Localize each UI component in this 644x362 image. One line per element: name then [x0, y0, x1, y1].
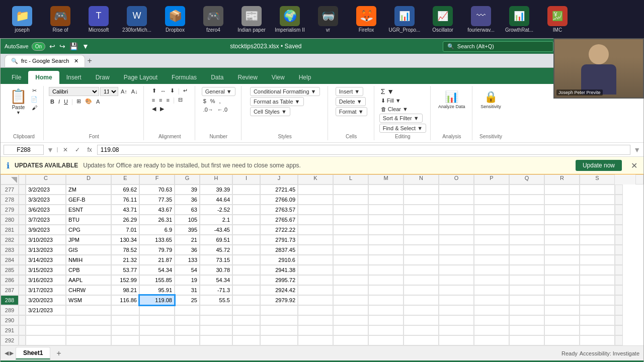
cell-281-c[interactable]: 3/9/2023 — [26, 225, 66, 235]
cell-290-g[interactable] — [175, 315, 200, 325]
insert-function-btn[interactable]: fx — [85, 145, 94, 154]
cell-empty-287-4[interactable] — [439, 285, 474, 295]
col-header-l[interactable]: L — [333, 174, 368, 185]
cell-empty-291-7[interactable] — [544, 325, 580, 335]
cell-empty-281-1[interactable] — [333, 225, 368, 235]
cell-empty-287-5[interactable] — [474, 285, 509, 295]
number-format-dropdown[interactable]: General ▼ — [202, 87, 235, 96]
cell-279-f[interactable]: 43.67 — [139, 205, 175, 215]
cell-277-h[interactable]: 39.39 — [200, 185, 232, 195]
cell-empty-282-7[interactable] — [544, 235, 580, 245]
cell-282-j[interactable]: 2791.73 — [260, 235, 298, 245]
cell-empty-277-5[interactable] — [474, 185, 509, 195]
col-header-e[interactable]: E — [111, 174, 139, 185]
cell-empty-277-3[interactable] — [404, 185, 439, 195]
row-number[interactable]: 278 — [1, 195, 19, 205]
cell-empty-279-7[interactable] — [544, 205, 580, 215]
italic-button[interactable]: I — [57, 98, 61, 105]
cell-empty-291-2[interactable] — [368, 325, 404, 335]
cell-empty-277-2[interactable] — [368, 185, 404, 195]
col-header-s[interactable]: S — [580, 174, 615, 185]
cell-empty-280-4[interactable] — [439, 215, 474, 225]
cell-empty-289-2[interactable] — [368, 305, 404, 315]
cell-empty-282-4[interactable] — [439, 235, 474, 245]
cell-empty-284-5[interactable] — [474, 255, 509, 265]
col-header-q[interactable]: Q — [509, 174, 544, 185]
col-header-m[interactable]: M — [368, 174, 404, 185]
cell-empty-277-6[interactable] — [509, 185, 544, 195]
cell-empty-292-7[interactable] — [544, 335, 580, 345]
col-header-j[interactable]: J — [260, 174, 298, 185]
cell-285-d[interactable]: CPB — [66, 265, 111, 275]
cell-empty-283-3[interactable] — [404, 245, 439, 255]
cell-284-j[interactable]: 2910.6 — [260, 255, 298, 265]
cell-283-c[interactable]: 3/13/2023 — [26, 245, 66, 255]
cell-empty-291-6[interactable] — [509, 325, 544, 335]
cell-289-g[interactable] — [175, 305, 200, 315]
cell-285-e[interactable]: 53.77 — [111, 265, 139, 275]
cell-empty-281-3[interactable] — [404, 225, 439, 235]
underline-button[interactable]: U — [62, 98, 69, 105]
cell-empty-278-3[interactable] — [404, 195, 439, 205]
fill-color-button[interactable]: 🎨 — [84, 98, 94, 105]
cell-290-h[interactable] — [200, 315, 232, 325]
customize-icon[interactable]: ▼ — [82, 42, 89, 50]
cell-empty-278-0[interactable] — [298, 195, 333, 205]
cell-289-d[interactable] — [66, 305, 111, 315]
cell-289-j[interactable] — [260, 305, 298, 315]
cell-empty-285-2[interactable] — [368, 265, 404, 275]
cell-empty-286-6[interactable] — [509, 275, 544, 285]
cell-empty-285-7[interactable] — [544, 265, 580, 275]
close-banner-button[interactable]: ✕ — [631, 161, 637, 170]
cell-empty-282-5[interactable] — [474, 235, 509, 245]
cell-empty-287-3[interactable] — [404, 285, 439, 295]
cell-290-e[interactable] — [111, 315, 139, 325]
col-header-g[interactable]: G — [175, 174, 200, 185]
cell-empty-285-3[interactable] — [404, 265, 439, 275]
cell-280-e[interactable]: 26.29 — [111, 215, 139, 225]
tab-review[interactable]: Review — [230, 71, 264, 84]
cell-279-e[interactable]: 43.71 — [111, 205, 139, 215]
row-number[interactable]: 280 — [1, 215, 19, 225]
cell-288-e[interactable]: 116.86 — [111, 295, 139, 305]
cell-empty-286-2[interactable] — [368, 275, 404, 285]
col-header-d[interactable]: D — [66, 174, 111, 185]
cell-empty-286-7[interactable] — [544, 275, 580, 285]
cell-286-f[interactable]: 155.85 — [139, 275, 175, 285]
cell-empty-290-0[interactable] — [298, 315, 333, 325]
taskbar-icon-imperialism[interactable]: 🌍 Imperialism II — [272, 2, 308, 36]
cell-285-g[interactable]: 54 — [175, 265, 200, 275]
cell-283-h[interactable]: 45.72 — [200, 245, 232, 255]
cell-styles-btn[interactable]: Cell Styles ▼ — [250, 107, 290, 116]
cell-empty-289-1[interactable] — [333, 305, 368, 315]
cell-282-e[interactable]: 130.34 — [111, 235, 139, 245]
align-top-btn[interactable]: ⬆ — [150, 87, 158, 95]
cell-empty-283-4[interactable] — [439, 245, 474, 255]
cell-289-e[interactable] — [111, 305, 139, 315]
cell-empty-279-1[interactable] — [333, 205, 368, 215]
cell-287-h[interactable]: -71.3 — [200, 285, 232, 295]
taskbar-icon-files[interactable]: 📁 joseph — [4, 2, 40, 36]
cell-empty-281-4[interactable] — [439, 225, 474, 235]
cell-empty-278-8[interactable] — [580, 195, 615, 205]
tab-draw[interactable]: Draw — [89, 71, 117, 84]
cell-empty-281-5[interactable] — [474, 225, 509, 235]
tab-home[interactable]: Home — [28, 71, 59, 84]
row-number[interactable]: 286 — [1, 275, 19, 285]
formula-input[interactable] — [97, 145, 630, 155]
cell-283-e[interactable]: 78.52 — [111, 245, 139, 255]
cell-empty-286-0[interactable] — [298, 275, 333, 285]
cell-empty-290-1[interactable] — [333, 315, 368, 325]
cell-280-d[interactable]: BTU — [66, 215, 111, 225]
row-number[interactable]: 283 — [1, 245, 19, 255]
cell-empty-290-7[interactable] — [544, 315, 580, 325]
tab-data[interactable]: Data — [204, 71, 230, 84]
format-btn[interactable]: Format ▼ — [336, 107, 367, 116]
freeze-col[interactable] — [19, 174, 26, 185]
cell-280-c[interactable]: 3/7/2023 — [26, 215, 66, 225]
paste-button[interactable]: 📋 Paste ▼ — [9, 87, 28, 116]
cell-empty-286-8[interactable] — [580, 275, 615, 285]
cell-empty-278-7[interactable] — [544, 195, 580, 205]
cell-empty-288-7[interactable] — [544, 295, 580, 305]
browser-tab[interactable]: 🔍 frc - Google Search ✕ — [5, 55, 85, 67]
